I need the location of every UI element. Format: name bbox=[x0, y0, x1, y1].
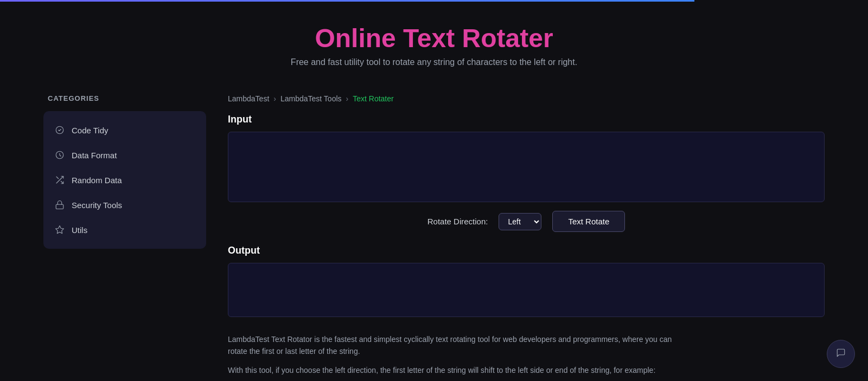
input-container bbox=[228, 132, 825, 202]
utils-icon bbox=[54, 224, 65, 235]
code-tidy-icon bbox=[54, 125, 65, 135]
direction-select[interactable]: Left Right bbox=[499, 213, 541, 230]
sidebar-item-label-code-tidy: Code Tidy bbox=[72, 126, 108, 135]
title-plain: Online Text bbox=[315, 24, 462, 53]
sidebar: CATEGORIES Code Tidy Data Format Random … bbox=[43, 94, 206, 381]
page-header: Online Text Rotater Free and fast utilit… bbox=[0, 2, 868, 83]
output-text bbox=[235, 270, 818, 302]
output-section-title: Output bbox=[228, 245, 825, 256]
rotate-direction-label: Rotate Direction: bbox=[427, 217, 488, 226]
content-area: LambdaTest › LambdaTest Tools › Text Rot… bbox=[228, 94, 825, 381]
data-format-icon bbox=[54, 150, 65, 160]
sidebar-card: Code Tidy Data Format Random Data Securi… bbox=[43, 111, 206, 249]
input-section-title: Input bbox=[228, 114, 825, 125]
sidebar-item-random-data[interactable]: Random Data bbox=[43, 167, 206, 192]
sidebar-item-label-security-tools: Security Tools bbox=[72, 201, 122, 210]
random-data-icon bbox=[54, 175, 65, 185]
sidebar-item-label-utils: Utils bbox=[72, 225, 87, 235]
sidebar-item-code-tidy[interactable]: Code Tidy bbox=[43, 118, 206, 143]
breadcrumb-current: Text Rotater bbox=[353, 94, 393, 103]
main-layout: CATEGORIES Code Tidy Data Format Random … bbox=[0, 83, 868, 381]
description-para1: LambdaTest Text Rotator is the fastest a… bbox=[228, 333, 673, 358]
chat-icon bbox=[836, 347, 846, 361]
title-accent: Rotater bbox=[462, 24, 553, 53]
svg-rect-2 bbox=[56, 204, 63, 209]
page-subtitle: Free and fast utility tool to rotate any… bbox=[11, 57, 857, 67]
text-rotate-button[interactable]: Text Rotate bbox=[552, 211, 625, 232]
sidebar-item-label-random-data: Random Data bbox=[72, 176, 122, 185]
sidebar-item-utils[interactable]: Utils bbox=[43, 217, 206, 242]
description-para2: With this tool, if you choose the left d… bbox=[228, 364, 673, 376]
breadcrumb-sep-1: › bbox=[273, 94, 276, 103]
text-input[interactable] bbox=[235, 139, 818, 193]
svg-marker-3 bbox=[56, 226, 64, 234]
page-title: Online Text Rotater bbox=[11, 23, 857, 53]
sidebar-category-label: CATEGORIES bbox=[43, 94, 206, 102]
sidebar-item-label-data-format: Data Format bbox=[72, 151, 117, 160]
breadcrumb-lambdatest[interactable]: LambdaTest bbox=[228, 94, 269, 103]
chat-button[interactable] bbox=[827, 340, 855, 368]
description-section: LambdaTest Text Rotator is the fastest a… bbox=[228, 333, 673, 381]
security-tools-icon bbox=[54, 199, 65, 210]
breadcrumb-sep-2: › bbox=[346, 94, 349, 103]
breadcrumb: LambdaTest › LambdaTest Tools › Text Rot… bbox=[228, 94, 825, 103]
output-container bbox=[228, 263, 825, 317]
sidebar-item-security-tools[interactable]: Security Tools bbox=[43, 192, 206, 217]
breadcrumb-tools[interactable]: LambdaTest Tools bbox=[280, 94, 342, 103]
sidebar-item-data-format[interactable]: Data Format bbox=[43, 143, 206, 167]
controls-row: Rotate Direction: Left Right Text Rotate bbox=[228, 211, 825, 232]
